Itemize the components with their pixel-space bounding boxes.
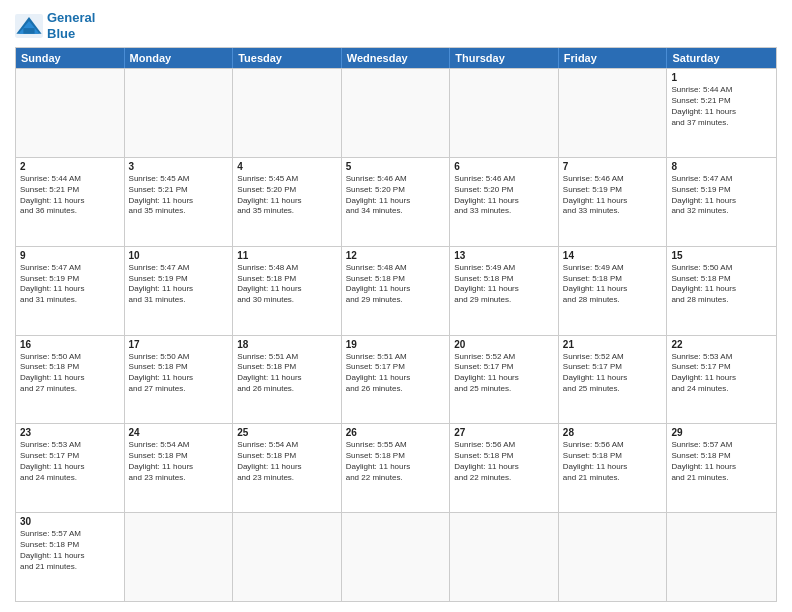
day-number: 13 — [454, 250, 554, 261]
cell-info: Sunrise: 5:46 AM Sunset: 5:20 PM Dayligh… — [454, 174, 554, 217]
cal-cell: 11Sunrise: 5:48 AM Sunset: 5:18 PM Dayli… — [233, 247, 342, 335]
cal-cell: 19Sunrise: 5:51 AM Sunset: 5:17 PM Dayli… — [342, 336, 451, 424]
cal-cell: 5Sunrise: 5:46 AM Sunset: 5:20 PM Daylig… — [342, 158, 451, 246]
logo-text: General Blue — [47, 10, 95, 41]
day-number: 14 — [563, 250, 663, 261]
cell-info: Sunrise: 5:52 AM Sunset: 5:17 PM Dayligh… — [563, 352, 663, 395]
day-number: 4 — [237, 161, 337, 172]
day-number: 9 — [20, 250, 120, 261]
cal-row-4: 23Sunrise: 5:53 AM Sunset: 5:17 PM Dayli… — [16, 423, 776, 512]
day-number: 7 — [563, 161, 663, 172]
day-number: 18 — [237, 339, 337, 350]
cal-cell: 18Sunrise: 5:51 AM Sunset: 5:18 PM Dayli… — [233, 336, 342, 424]
cal-header-wednesday: Wednesday — [342, 48, 451, 68]
calendar-header: SundayMondayTuesdayWednesdayThursdayFrid… — [16, 48, 776, 68]
cal-cell: 27Sunrise: 5:56 AM Sunset: 5:18 PM Dayli… — [450, 424, 559, 512]
day-number: 15 — [671, 250, 772, 261]
cal-header-thursday: Thursday — [450, 48, 559, 68]
day-number: 29 — [671, 427, 772, 438]
cell-info: Sunrise: 5:56 AM Sunset: 5:18 PM Dayligh… — [563, 440, 663, 483]
cal-row-2: 9Sunrise: 5:47 AM Sunset: 5:19 PM Daylig… — [16, 246, 776, 335]
header: General Blue — [15, 10, 777, 41]
cal-cell: 14Sunrise: 5:49 AM Sunset: 5:18 PM Dayli… — [559, 247, 668, 335]
day-number: 6 — [454, 161, 554, 172]
day-number: 2 — [20, 161, 120, 172]
cal-cell: 7Sunrise: 5:46 AM Sunset: 5:19 PM Daylig… — [559, 158, 668, 246]
calendar: SundayMondayTuesdayWednesdayThursdayFrid… — [15, 47, 777, 602]
cal-cell: 20Sunrise: 5:52 AM Sunset: 5:17 PM Dayli… — [450, 336, 559, 424]
cell-info: Sunrise: 5:47 AM Sunset: 5:19 PM Dayligh… — [671, 174, 772, 217]
day-number: 5 — [346, 161, 446, 172]
day-number: 26 — [346, 427, 446, 438]
cal-cell — [559, 513, 668, 601]
cell-info: Sunrise: 5:54 AM Sunset: 5:18 PM Dayligh… — [129, 440, 229, 483]
cell-info: Sunrise: 5:51 AM Sunset: 5:17 PM Dayligh… — [346, 352, 446, 395]
cal-cell — [125, 513, 234, 601]
cell-info: Sunrise: 5:45 AM Sunset: 5:20 PM Dayligh… — [237, 174, 337, 217]
cell-info: Sunrise: 5:44 AM Sunset: 5:21 PM Dayligh… — [671, 85, 772, 128]
calendar-body: 1Sunrise: 5:44 AM Sunset: 5:21 PM Daylig… — [16, 68, 776, 601]
cal-cell: 9Sunrise: 5:47 AM Sunset: 5:19 PM Daylig… — [16, 247, 125, 335]
logo-line1: General — [47, 10, 95, 26]
cal-row-0: 1Sunrise: 5:44 AM Sunset: 5:21 PM Daylig… — [16, 68, 776, 157]
cell-info: Sunrise: 5:50 AM Sunset: 5:18 PM Dayligh… — [20, 352, 120, 395]
cal-cell: 12Sunrise: 5:48 AM Sunset: 5:18 PM Dayli… — [342, 247, 451, 335]
cal-cell — [342, 513, 451, 601]
day-number: 25 — [237, 427, 337, 438]
cal-cell: 16Sunrise: 5:50 AM Sunset: 5:18 PM Dayli… — [16, 336, 125, 424]
cal-cell — [559, 69, 668, 157]
cell-info: Sunrise: 5:46 AM Sunset: 5:20 PM Dayligh… — [346, 174, 446, 217]
cal-cell: 2Sunrise: 5:44 AM Sunset: 5:21 PM Daylig… — [16, 158, 125, 246]
day-number: 1 — [671, 72, 772, 83]
cell-info: Sunrise: 5:54 AM Sunset: 5:18 PM Dayligh… — [237, 440, 337, 483]
cal-header-sunday: Sunday — [16, 48, 125, 68]
cal-cell: 24Sunrise: 5:54 AM Sunset: 5:18 PM Dayli… — [125, 424, 234, 512]
cell-info: Sunrise: 5:56 AM Sunset: 5:18 PM Dayligh… — [454, 440, 554, 483]
day-number: 12 — [346, 250, 446, 261]
cal-cell: 17Sunrise: 5:50 AM Sunset: 5:18 PM Dayli… — [125, 336, 234, 424]
cal-cell — [450, 69, 559, 157]
cal-cell — [233, 513, 342, 601]
day-number: 21 — [563, 339, 663, 350]
page: General Blue SundayMondayTuesdayWednesda… — [0, 0, 792, 612]
cal-header-monday: Monday — [125, 48, 234, 68]
cell-info: Sunrise: 5:45 AM Sunset: 5:21 PM Dayligh… — [129, 174, 229, 217]
cell-info: Sunrise: 5:47 AM Sunset: 5:19 PM Dayligh… — [129, 263, 229, 306]
cal-cell: 6Sunrise: 5:46 AM Sunset: 5:20 PM Daylig… — [450, 158, 559, 246]
day-number: 3 — [129, 161, 229, 172]
cell-info: Sunrise: 5:49 AM Sunset: 5:18 PM Dayligh… — [563, 263, 663, 306]
cell-info: Sunrise: 5:53 AM Sunset: 5:17 PM Dayligh… — [671, 352, 772, 395]
cell-info: Sunrise: 5:49 AM Sunset: 5:18 PM Dayligh… — [454, 263, 554, 306]
cal-cell: 21Sunrise: 5:52 AM Sunset: 5:17 PM Dayli… — [559, 336, 668, 424]
cal-cell — [450, 513, 559, 601]
cal-cell: 1Sunrise: 5:44 AM Sunset: 5:21 PM Daylig… — [667, 69, 776, 157]
cal-cell: 15Sunrise: 5:50 AM Sunset: 5:18 PM Dayli… — [667, 247, 776, 335]
cal-cell: 23Sunrise: 5:53 AM Sunset: 5:17 PM Dayli… — [16, 424, 125, 512]
day-number: 16 — [20, 339, 120, 350]
cal-header-tuesday: Tuesday — [233, 48, 342, 68]
cell-info: Sunrise: 5:47 AM Sunset: 5:19 PM Dayligh… — [20, 263, 120, 306]
day-number: 22 — [671, 339, 772, 350]
cal-cell: 10Sunrise: 5:47 AM Sunset: 5:19 PM Dayli… — [125, 247, 234, 335]
cal-cell — [342, 69, 451, 157]
cal-header-friday: Friday — [559, 48, 668, 68]
logo-line2: Blue — [47, 26, 95, 42]
day-number: 8 — [671, 161, 772, 172]
cell-info: Sunrise: 5:57 AM Sunset: 5:18 PM Dayligh… — [671, 440, 772, 483]
cal-row-5: 30Sunrise: 5:57 AM Sunset: 5:18 PM Dayli… — [16, 512, 776, 601]
cell-info: Sunrise: 5:48 AM Sunset: 5:18 PM Dayligh… — [346, 263, 446, 306]
cell-info: Sunrise: 5:48 AM Sunset: 5:18 PM Dayligh… — [237, 263, 337, 306]
cal-cell: 4Sunrise: 5:45 AM Sunset: 5:20 PM Daylig… — [233, 158, 342, 246]
cal-cell: 8Sunrise: 5:47 AM Sunset: 5:19 PM Daylig… — [667, 158, 776, 246]
cal-cell: 3Sunrise: 5:45 AM Sunset: 5:21 PM Daylig… — [125, 158, 234, 246]
cal-cell: 13Sunrise: 5:49 AM Sunset: 5:18 PM Dayli… — [450, 247, 559, 335]
cell-info: Sunrise: 5:51 AM Sunset: 5:18 PM Dayligh… — [237, 352, 337, 395]
cal-cell: 30Sunrise: 5:57 AM Sunset: 5:18 PM Dayli… — [16, 513, 125, 601]
day-number: 11 — [237, 250, 337, 261]
cell-info: Sunrise: 5:50 AM Sunset: 5:18 PM Dayligh… — [129, 352, 229, 395]
cell-info: Sunrise: 5:55 AM Sunset: 5:18 PM Dayligh… — [346, 440, 446, 483]
cal-row-1: 2Sunrise: 5:44 AM Sunset: 5:21 PM Daylig… — [16, 157, 776, 246]
day-number: 10 — [129, 250, 229, 261]
cell-info: Sunrise: 5:50 AM Sunset: 5:18 PM Dayligh… — [671, 263, 772, 306]
day-number: 28 — [563, 427, 663, 438]
